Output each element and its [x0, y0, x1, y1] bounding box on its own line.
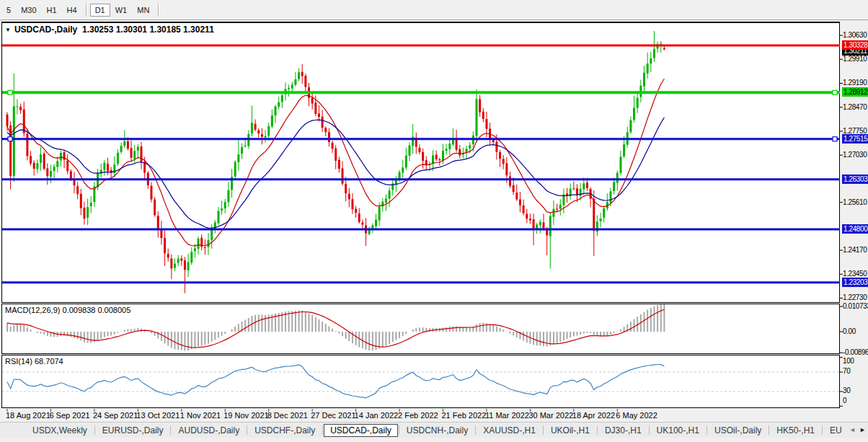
price-axis-tick: 1.30630	[843, 31, 868, 40]
chart-title: ▼USDCAD-,Daily 1.30253 1.30301 1.30185 1…	[5, 25, 214, 35]
tab-separator	[649, 425, 650, 435]
timeframe-button-h1[interactable]: H1	[42, 4, 62, 17]
date-axis-label: 6 May 2022	[616, 411, 657, 420]
date-axis-label: 13 Oct 2021	[136, 411, 180, 420]
date-axis-label: 11 Mar 2022	[485, 411, 529, 420]
macd-axis-label: 0.00	[843, 327, 868, 336]
macd-axis-label: 0.010733	[843, 302, 868, 311]
timeframe-button-h4[interactable]: H4	[62, 4, 82, 17]
timeframe-button-w1[interactable]: W1	[110, 4, 133, 17]
trading-terminal: { "toolbar": { "timeframes": [ {"label":…	[0, 0, 868, 442]
chart-tab-eu[interactable]: EU	[823, 424, 849, 437]
date-axis-label: 8 Dec 2021	[267, 411, 308, 420]
rsi-axis-label: 0	[843, 397, 868, 405]
date-axis-label: 2 Feb 2022	[398, 411, 438, 420]
tab-scroll-right-icon[interactable]: ►	[859, 426, 866, 433]
chart-tab-ukoil-h1[interactable]: UKOil-,H1	[544, 424, 596, 437]
price-axis-tick: 1.29190	[843, 79, 868, 87]
date-axis-label: 24 Sep 2021	[93, 411, 138, 420]
tab-separator	[822, 425, 823, 435]
tab-separator	[707, 425, 707, 435]
price-flag-1-30328: 1.30328	[842, 40, 868, 50]
main-chart-panel[interactable]	[1, 22, 840, 303]
timeframe-button-m30[interactable]: M30	[16, 4, 41, 17]
timeframe-toolbar: 5M30H1H4D1W1MN	[0, 0, 868, 20]
date-axis-label: 1 Nov 2021	[180, 411, 221, 420]
rsi-panel[interactable]	[1, 355, 840, 408]
symbol-name: USDCAD-,Daily	[14, 25, 77, 35]
macd-axis-label: -0.008966	[843, 348, 868, 357]
price-axis-tick: 1.24170	[843, 246, 868, 255]
date-axis-label: 18 Apr 2022	[572, 411, 615, 420]
toolbar-separator	[86, 4, 87, 17]
date-axis-label: 27 Dec 2021	[311, 411, 355, 420]
price-flag-1-27515: 1.27515	[842, 134, 868, 143]
tab-separator	[94, 425, 95, 435]
date-axis-label: 18 Aug 2021	[6, 411, 50, 420]
tab-separator	[170, 425, 171, 435]
date-axis-label: 21 Feb 2022	[442, 411, 487, 420]
macd-name: MACD(12,26,9)	[5, 306, 60, 314]
chart-tab-hk50-h1[interactable]: HK50-,H1	[770, 424, 821, 437]
price-flag-1-23203: 1.23203	[842, 278, 868, 287]
macd-values: 0.009838 0.008005	[62, 306, 130, 314]
chart-tab-usdchf-daily[interactable]: USDCHF-,Daily	[248, 424, 322, 437]
chart-tab-audusd-daily[interactable]: AUDUSD-,Daily	[172, 424, 246, 437]
tab-separator	[322, 425, 323, 435]
rsi-axis-label: 70	[843, 367, 868, 376]
price-flag-1-26303: 1.26303	[842, 174, 868, 184]
price-axis-tick: 1.29910	[843, 55, 868, 63]
price-flag-1-24800: 1.24800	[842, 224, 868, 234]
chart-tab-xauusd-h1[interactable]: XAUUSD-,H1	[477, 424, 542, 437]
tab-separator	[769, 425, 769, 435]
price-axis-tick: 1.28470	[843, 103, 868, 112]
price-axis-tick: 1.22730	[843, 293, 868, 302]
chart-tab-dj30-h1[interactable]: DJ30-,H1	[598, 424, 648, 437]
chart-tab-usdcad-daily[interactable]: USDCAD-,Daily	[324, 424, 398, 437]
tab-separator	[543, 425, 544, 435]
chart-tab-bar: USDX,WeeklyEURUSD-,DailyAUDUSD-,DailyUSD…	[0, 422, 868, 438]
price-axis-tick: 1.25610	[843, 198, 868, 207]
timeframe-button-5[interactable]: 5	[1, 4, 16, 17]
tab-separator	[247, 425, 247, 435]
ohlc-values: 1.30253 1.30301 1.30185 1.30211	[82, 25, 214, 35]
symbol-dropdown-icon[interactable]: ▼	[5, 27, 11, 33]
tab-separator	[399, 425, 399, 435]
price-flag-1-28912: 1.28912	[842, 87, 868, 97]
tab-scroll-left-icon[interactable]: ◄	[849, 426, 856, 433]
tab-separator	[475, 425, 476, 435]
date-axis-label: 30 Mar 2022	[528, 411, 573, 420]
date-axis-label: 6 Sep 2021	[49, 411, 89, 420]
rsi-indicator-label: RSI(14) 68.7074	[5, 357, 63, 366]
toolbar-separator	[158, 4, 159, 17]
macd-indicator-label: MACD(12,26,9) 0.009838 0.008005	[5, 306, 130, 314]
price-axis-tick: 1.27030	[843, 151, 868, 159]
chart-tab-usdx-weekly[interactable]: USDX,Weekly	[26, 424, 94, 437]
chart-tab-eurusd-daily[interactable]: EURUSD-,Daily	[96, 424, 170, 437]
date-axis-label: 19 Nov 2021	[223, 411, 268, 420]
rsi-axis-label: 100	[843, 357, 868, 366]
rsi-value: 68.7074	[35, 357, 63, 366]
rsi-axis-label: 30	[843, 386, 868, 395]
timeframe-button-d1[interactable]: D1	[90, 4, 110, 17]
date-axis-label: 14 Jan 2022	[355, 411, 399, 420]
timeframe-button-mn[interactable]: MN	[132, 4, 154, 17]
chart-tab-usoil-daily[interactable]: USOil-,Daily	[708, 424, 768, 437]
tab-separator	[597, 425, 598, 435]
rsi-name: RSI(14)	[5, 357, 32, 366]
chart-tab-uk100-h1[interactable]: UK100-,H1	[650, 424, 706, 437]
chart-tab-usdcnh-daily[interactable]: USDCNH-,Daily	[400, 424, 474, 437]
